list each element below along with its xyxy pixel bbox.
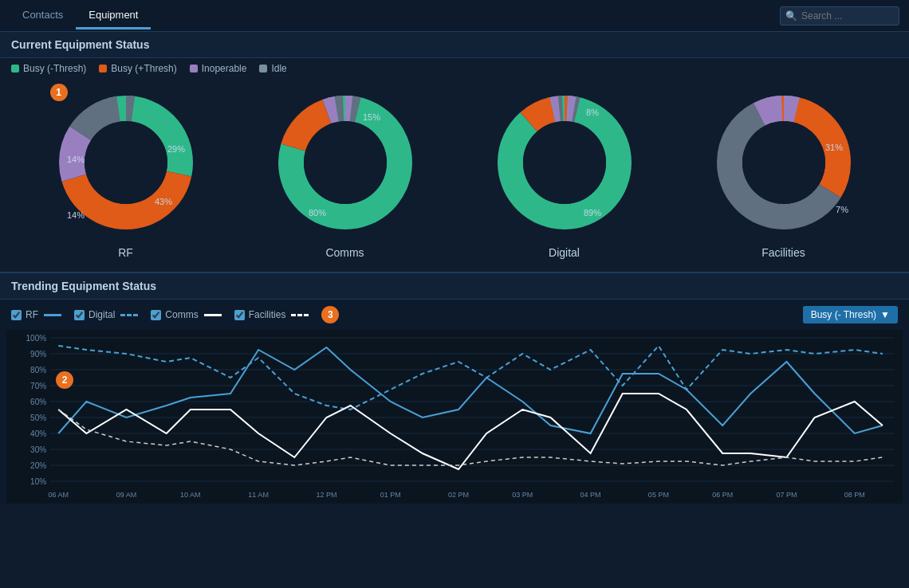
svg-text:60%: 60% <box>30 398 46 406</box>
legend-label-busy-minus: Busy (-Thresh) <box>23 63 86 74</box>
svg-text:06 AM: 06 AM <box>48 491 69 499</box>
svg-text:90%: 90% <box>30 350 46 359</box>
badge-2: 2 <box>56 371 73 389</box>
donut-svg-digital: 89% 8% <box>489 87 640 238</box>
trending-controls: RF Digital Comms Facilities 3 Busy (- Th… <box>0 300 909 330</box>
tab-contacts[interactable]: Contacts <box>10 2 76 29</box>
svg-text:80%: 80% <box>30 366 46 374</box>
check-label-comms: Comms <box>165 309 198 320</box>
donut-comms: 80% 15% Comms <box>270 87 421 259</box>
digital-pct-8: 8% <box>586 108 599 117</box>
checkbox-facilities[interactable] <box>234 310 245 320</box>
rf-pct-29: 29% <box>167 144 184 154</box>
trending-header: Trending Equipment Status <box>0 273 909 300</box>
facilities-pct-31: 31% <box>824 143 842 152</box>
donut-rf: 1 29% 43% 14% 14% RF <box>50 87 202 259</box>
svg-text:05 PM: 05 PM <box>648 491 669 499</box>
legend-label-idle: Idle <box>271 63 286 74</box>
trending-section: Trending Equipment Status RF Digital Com… <box>0 272 909 504</box>
donut-label-comms: Comms <box>325 246 364 259</box>
svg-text:06 PM: 06 PM <box>712 491 733 499</box>
dropdown-label: Busy (- Thresh) <box>811 309 876 320</box>
badge-1: 1 <box>50 84 68 101</box>
svg-text:12 PM: 12 PM <box>316 491 336 499</box>
svg-text:40%: 40% <box>30 429 46 438</box>
check-rf[interactable]: RF <box>11 309 61 320</box>
line-facilities <box>291 314 309 316</box>
equipment-status-header: Current Equipment Status <box>0 32 909 58</box>
svg-text:08 PM: 08 PM <box>844 491 865 499</box>
trending-chart: 100% 90% 80% 70% 60% 50% 40% 30% 20% 10%… <box>6 330 903 504</box>
top-nav: Contacts Equipment 🔍 <box>0 0 909 32</box>
rf-pct-14a: 14% <box>66 210 84 220</box>
line-rf <box>44 314 61 316</box>
donut-label-facilities: Facilities <box>761 246 805 259</box>
svg-text:09 AM: 09 AM <box>116 491 137 499</box>
svg-point-9 <box>304 121 387 204</box>
search-icon: 🔍 <box>785 10 797 22</box>
svg-text:70%: 70% <box>30 382 46 390</box>
svg-text:100%: 100% <box>26 334 47 343</box>
check-comms[interactable]: Comms <box>151 309 221 320</box>
donut-svg-comms: 80% 15% <box>270 87 421 238</box>
legend-dot-busy-minus <box>11 65 19 73</box>
donut-label-rf: RF <box>118 246 133 259</box>
svg-text:04 PM: 04 PM <box>580 491 601 499</box>
rf-pct-43: 43% <box>154 197 171 206</box>
check-facilities[interactable]: Facilities <box>234 309 309 320</box>
donuts-row: 1 29% 43% 14% 14% RF <box>0 79 909 272</box>
donut-svg-facilities: 31% 59% 7% <box>708 87 860 238</box>
rf-pct-14b: 14% <box>66 155 84 164</box>
legend-dot-inoperable <box>190 65 198 73</box>
check-digital[interactable]: Digital <box>74 309 138 320</box>
checkbox-comms[interactable] <box>151 310 161 320</box>
comms-pct-15: 15% <box>362 112 380 122</box>
badge-3: 3 <box>321 306 339 323</box>
legend-inoperable: Inoperable <box>190 63 247 74</box>
svg-point-19 <box>742 121 825 204</box>
legend-label-inoperable: Inoperable <box>202 63 247 74</box>
facilities-pct-7: 7% <box>836 205 848 214</box>
legend-label-busy-plus: Busy (+Thresh) <box>111 63 176 74</box>
legend-busy-minus: Busy (-Thresh) <box>11 63 86 74</box>
search-input[interactable] <box>780 6 899 25</box>
svg-text:02 PM: 02 PM <box>448 491 469 499</box>
tab-equipment[interactable]: Equipment <box>76 2 151 29</box>
check-label-rf: RF <box>26 309 38 320</box>
search-box: 🔍 <box>780 6 899 25</box>
legend-dot-busy-plus <box>99 65 107 73</box>
busy-thresh-dropdown[interactable]: Busy (- Thresh) ▼ <box>803 306 898 323</box>
checkbox-rf[interactable] <box>11 310 22 320</box>
digital-pct-89: 89% <box>583 208 600 218</box>
svg-text:10 AM: 10 AM <box>180 491 201 499</box>
checkbox-digital[interactable] <box>74 310 85 320</box>
donut-digital: 89% 8% Digital <box>489 87 640 259</box>
svg-text:50%: 50% <box>30 414 46 422</box>
donut-facilities: 31% 59% 7% Facilities <box>708 87 860 259</box>
donut-label-digital: Digital <box>549 246 580 259</box>
line-digital <box>120 314 138 316</box>
legend-dot-idle <box>259 65 267 73</box>
svg-text:30%: 30% <box>30 445 46 454</box>
chevron-down-icon: ▼ <box>880 309 890 320</box>
donut-svg-rf: 29% 43% 14% 14% <box>50 87 202 238</box>
legend: Busy (-Thresh) Busy (+Thresh) Inoperable… <box>0 58 909 79</box>
svg-text:10%: 10% <box>30 477 46 486</box>
svg-text:03 PM: 03 PM <box>512 491 533 499</box>
svg-text:11 AM: 11 AM <box>248 491 269 499</box>
svg-point-14 <box>523 121 606 204</box>
svg-point-4 <box>85 121 167 204</box>
comms-pct-80: 80% <box>308 208 325 218</box>
chart-area: 2 100% 90% 80% 70% <box>6 330 903 504</box>
svg-text:01 PM: 01 PM <box>380 491 401 499</box>
check-label-digital: Digital <box>89 309 115 320</box>
check-label-facilities: Facilities <box>249 309 286 320</box>
svg-text:07 PM: 07 PM <box>776 491 797 499</box>
legend-idle: Idle <box>259 63 286 74</box>
svg-text:20%: 20% <box>30 461 46 470</box>
legend-busy-plus: Busy (+Thresh) <box>99 63 176 74</box>
line-comms <box>204 314 222 316</box>
